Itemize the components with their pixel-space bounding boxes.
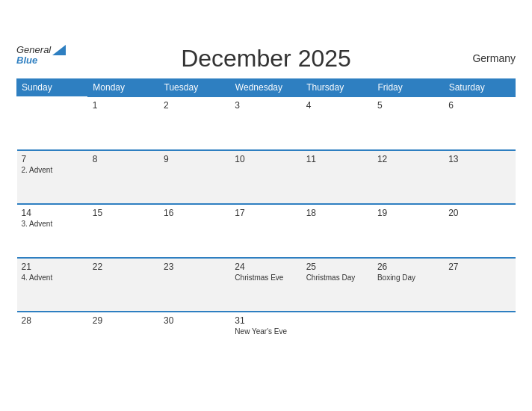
day-number: 11: [306, 154, 368, 164]
table-row: 214. Advent: [17, 258, 88, 312]
table-row: 5: [373, 96, 444, 150]
day-number: 17: [235, 208, 297, 218]
calendar-header-row: Sunday Monday Tuesday Wednesday Thursday…: [17, 78, 516, 96]
col-saturday: Saturday: [444, 78, 515, 96]
table-row: 26Boxing Day: [373, 258, 444, 312]
event-label: Christmas Day: [306, 274, 368, 282]
col-monday: Monday: [88, 78, 159, 96]
table-row: 6: [444, 96, 515, 150]
day-number: 6: [448, 100, 510, 111]
day-number: 26: [377, 262, 439, 272]
logo: General Blue: [16, 45, 66, 65]
table-row: 28: [17, 312, 88, 365]
day-number: 12: [377, 154, 439, 164]
event-label: New Year's Eve: [235, 327, 297, 336]
table-row: 1: [88, 96, 159, 150]
day-number: 27: [448, 262, 510, 272]
day-number: 3: [235, 100, 297, 111]
calendar-container: General Blue December 2025 Germany Sunda…: [7, 37, 525, 374]
table-row: 9: [159, 150, 230, 204]
table-row: 17: [230, 204, 301, 258]
calendar-header: General Blue December 2025 Germany: [16, 45, 516, 72]
table-row: 19: [373, 204, 444, 258]
day-number: 25: [306, 262, 368, 272]
col-friday: Friday: [373, 78, 444, 96]
day-number: 5: [377, 100, 439, 111]
day-number: 14: [22, 208, 84, 218]
col-tuesday: Tuesday: [159, 78, 230, 96]
event-label: 3. Advent: [22, 220, 84, 228]
table-row: 3: [230, 96, 301, 150]
table-row: 29: [88, 312, 159, 365]
month-title: December 2025: [181, 45, 351, 72]
logo-general-text: General: [16, 45, 51, 55]
col-sunday: Sunday: [17, 78, 88, 96]
table-row: 15: [88, 204, 159, 258]
table-row: 22: [88, 258, 159, 312]
table-row: 16: [159, 204, 230, 258]
day-number: 23: [164, 262, 226, 272]
table-row: [444, 312, 515, 365]
table-row: 11: [302, 150, 373, 204]
event-label: Christmas Eve: [235, 274, 297, 282]
day-number: 22: [93, 262, 155, 272]
day-number: 18: [306, 208, 368, 218]
table-row: 27: [444, 258, 515, 312]
table-row: 72. Advent: [17, 150, 88, 204]
day-number: 8: [93, 154, 155, 164]
event-label: Boxing Day: [377, 274, 439, 282]
day-number: 2: [164, 100, 226, 111]
event-label: 2. Advent: [22, 166, 84, 174]
day-number: 20: [448, 208, 510, 218]
logo-icon: [52, 45, 66, 55]
table-row: 18: [302, 204, 373, 258]
day-number: 24: [235, 262, 297, 272]
table-row: 4: [302, 96, 373, 150]
table-row: 23: [159, 258, 230, 312]
day-number: 7: [22, 154, 84, 164]
table-row: 10: [230, 150, 301, 204]
table-row: [373, 312, 444, 365]
day-number: 4: [306, 100, 368, 111]
day-number: 15: [93, 208, 155, 218]
logo-blue-text: Blue: [16, 55, 37, 65]
table-row: [302, 312, 373, 365]
day-number: 13: [448, 154, 510, 164]
day-number: 1: [93, 100, 155, 111]
table-row: 2: [159, 96, 230, 150]
day-number: 16: [164, 208, 226, 218]
day-number: 9: [164, 154, 226, 164]
svg-marker-0: [52, 45, 66, 55]
day-number: 28: [22, 315, 84, 326]
country-label: Germany: [472, 52, 516, 64]
table-row: 8: [88, 150, 159, 204]
day-number: 10: [235, 154, 297, 164]
col-thursday: Thursday: [302, 78, 373, 96]
calendar-body: 12345672. Advent8910111213143. Advent151…: [17, 96, 516, 365]
day-number: 29: [93, 315, 155, 326]
table-row: 30: [159, 312, 230, 365]
table-row: 20: [444, 204, 515, 258]
day-number: 31: [235, 315, 297, 326]
table-row: 25Christmas Day: [302, 258, 373, 312]
table-row: 24Christmas Eve: [230, 258, 301, 312]
day-number: 21: [22, 262, 84, 272]
col-wednesday: Wednesday: [230, 78, 301, 96]
table-row: 143. Advent: [17, 204, 88, 258]
table-row: 12: [373, 150, 444, 204]
day-number: 19: [377, 208, 439, 218]
table-row: 13: [444, 150, 515, 204]
table-row: 31New Year's Eve: [230, 312, 301, 365]
table-row: [17, 96, 88, 150]
calendar-table: Sunday Monday Tuesday Wednesday Thursday…: [16, 78, 516, 365]
event-label: 4. Advent: [22, 274, 84, 282]
day-number: 30: [164, 315, 226, 326]
